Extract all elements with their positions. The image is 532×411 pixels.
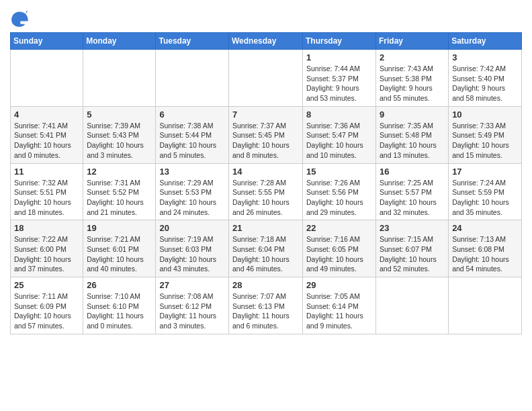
day-cell: 11Sunrise: 7:32 AMSunset: 5:51 PMDayligh… [11,163,83,220]
day-number: 25 [14,280,79,290]
day-info: Sunrise: 7:38 AMSunset: 5:44 PMDaylight:… [159,121,225,161]
day-cell: 17Sunrise: 7:24 AMSunset: 5:59 PMDayligh… [449,163,522,220]
day-cell: 1Sunrise: 7:44 AMSunset: 5:37 PMDaylight… [303,50,376,107]
header-cell-tuesday: Tuesday [156,33,229,50]
week-row-0: 1Sunrise: 7:44 AMSunset: 5:37 PMDaylight… [11,50,522,107]
day-number: 17 [452,167,518,177]
day-info: Sunrise: 7:25 AMSunset: 5:57 PMDaylight:… [380,178,445,218]
day-cell: 23Sunrise: 7:15 AMSunset: 6:07 PMDayligh… [376,220,449,277]
day-info: Sunrise: 7:29 AMSunset: 5:53 PMDaylight:… [159,178,225,218]
day-info: Sunrise: 7:26 AMSunset: 5:56 PMDaylight:… [306,178,372,218]
day-cell [376,277,449,334]
week-row-4: 25Sunrise: 7:11 AMSunset: 6:09 PMDayligh… [11,277,522,334]
day-number: 29 [306,280,372,290]
day-number: 14 [232,167,299,177]
day-info: Sunrise: 7:24 AMSunset: 5:59 PMDaylight:… [452,178,518,218]
day-cell: 15Sunrise: 7:26 AMSunset: 5:56 PMDayligh… [303,163,376,220]
day-cell: 27Sunrise: 7:08 AMSunset: 6:12 PMDayligh… [156,277,229,334]
day-cell: 9Sunrise: 7:35 AMSunset: 5:48 PMDaylight… [376,106,449,163]
day-cell: 29Sunrise: 7:05 AMSunset: 6:14 PMDayligh… [303,277,376,334]
day-cell: 20Sunrise: 7:19 AMSunset: 6:03 PMDayligh… [156,220,229,277]
day-info: Sunrise: 7:08 AMSunset: 6:12 PMDaylight:… [159,291,225,331]
day-cell: 10Sunrise: 7:33 AMSunset: 5:49 PMDayligh… [449,106,522,163]
day-number: 12 [87,167,152,177]
day-cell: 28Sunrise: 7:07 AMSunset: 6:13 PMDayligh… [229,277,303,334]
week-row-1: 4Sunrise: 7:41 AMSunset: 5:41 PMDaylight… [11,106,522,163]
day-info: Sunrise: 7:05 AMSunset: 6:14 PMDaylight:… [306,291,372,331]
day-cell [156,50,229,107]
week-row-2: 11Sunrise: 7:32 AMSunset: 5:51 PMDayligh… [11,163,522,220]
day-info: Sunrise: 7:21 AMSunset: 6:01 PMDaylight:… [87,234,152,274]
day-cell: 14Sunrise: 7:28 AMSunset: 5:55 PMDayligh… [229,163,303,220]
day-number: 15 [306,167,372,177]
day-number: 28 [232,280,299,290]
day-info: Sunrise: 7:39 AMSunset: 5:43 PMDaylight:… [87,121,152,161]
day-cell: 7Sunrise: 7:37 AMSunset: 5:45 PMDaylight… [229,106,303,163]
day-cell: 4Sunrise: 7:41 AMSunset: 5:41 PMDaylight… [11,106,83,163]
day-info: Sunrise: 7:36 AMSunset: 5:47 PMDaylight:… [306,121,372,161]
day-info: Sunrise: 7:41 AMSunset: 5:41 PMDaylight:… [14,121,79,161]
header-cell-friday: Friday [376,33,449,50]
day-cell: 12Sunrise: 7:31 AMSunset: 5:52 PMDayligh… [83,163,156,220]
page: SundayMondayTuesdayWednesdayThursdayFrid… [0,0,532,341]
day-number: 7 [232,109,299,120]
day-info: Sunrise: 7:32 AMSunset: 5:51 PMDaylight:… [14,178,79,218]
calendar-body: 1Sunrise: 7:44 AMSunset: 5:37 PMDaylight… [11,50,522,334]
day-number: 8 [306,109,372,120]
day-info: Sunrise: 7:16 AMSunset: 6:05 PMDaylight:… [306,234,372,274]
day-info: Sunrise: 7:33 AMSunset: 5:49 PMDaylight:… [452,121,518,161]
day-cell: 3Sunrise: 7:42 AMSunset: 5:40 PMDaylight… [449,50,522,107]
day-info: Sunrise: 7:07 AMSunset: 6:13 PMDaylight:… [232,291,299,331]
day-cell: 22Sunrise: 7:16 AMSunset: 6:05 PMDayligh… [303,220,376,277]
day-number: 21 [232,223,299,233]
day-number: 6 [159,109,225,120]
day-number: 1 [306,52,372,62]
day-info: Sunrise: 7:42 AMSunset: 5:40 PMDaylight:… [452,64,518,103]
header-cell-thursday: Thursday [303,33,376,50]
day-cell: 18Sunrise: 7:22 AMSunset: 6:00 PMDayligh… [11,220,83,277]
day-info: Sunrise: 7:10 AMSunset: 6:10 PMDaylight:… [87,291,152,331]
day-cell: 25Sunrise: 7:11 AMSunset: 6:09 PMDayligh… [11,277,83,334]
calendar: SundayMondayTuesdayWednesdayThursdayFrid… [10,32,522,334]
day-info: Sunrise: 7:35 AMSunset: 5:48 PMDaylight:… [380,121,445,161]
day-number: 16 [380,167,445,177]
day-number: 27 [159,280,225,290]
day-info: Sunrise: 7:37 AMSunset: 5:45 PMDaylight:… [232,121,299,161]
day-info: Sunrise: 7:44 AMSunset: 5:37 PMDaylight:… [306,64,372,103]
day-cell: 13Sunrise: 7:29 AMSunset: 5:53 PMDayligh… [156,163,229,220]
day-info: Sunrise: 7:13 AMSunset: 6:08 PMDaylight:… [452,234,518,274]
calendar-header: SundayMondayTuesdayWednesdayThursdayFrid… [11,33,522,50]
logo-icon [10,9,29,28]
day-number: 18 [14,223,79,233]
day-cell [449,277,522,334]
day-cell: 2Sunrise: 7:43 AMSunset: 5:38 PMDaylight… [376,50,449,107]
header-cell-saturday: Saturday [449,33,522,50]
day-info: Sunrise: 7:15 AMSunset: 6:07 PMDaylight:… [380,234,445,274]
day-number: 26 [87,280,152,290]
day-number: 5 [87,109,152,120]
day-cell: 8Sunrise: 7:36 AMSunset: 5:47 PMDaylight… [303,106,376,163]
day-number: 11 [14,167,79,177]
day-cell: 6Sunrise: 7:38 AMSunset: 5:44 PMDaylight… [156,106,229,163]
day-number: 19 [87,223,152,233]
day-info: Sunrise: 7:22 AMSunset: 6:00 PMDaylight:… [14,234,79,274]
day-number: 2 [380,52,445,62]
day-number: 24 [452,223,518,233]
day-cell [11,50,83,107]
day-info: Sunrise: 7:11 AMSunset: 6:09 PMDaylight:… [14,291,79,331]
day-number: 10 [452,109,518,120]
day-cell: 16Sunrise: 7:25 AMSunset: 5:57 PMDayligh… [376,163,449,220]
header-cell-monday: Monday [83,33,156,50]
day-info: Sunrise: 7:28 AMSunset: 5:55 PMDaylight:… [232,178,299,218]
day-info: Sunrise: 7:31 AMSunset: 5:52 PMDaylight:… [87,178,152,218]
day-cell: 24Sunrise: 7:13 AMSunset: 6:08 PMDayligh… [449,220,522,277]
header-cell-sunday: Sunday [11,33,83,50]
day-cell: 26Sunrise: 7:10 AMSunset: 6:10 PMDayligh… [83,277,156,334]
header-cell-wednesday: Wednesday [229,33,303,50]
day-number: 20 [159,223,225,233]
day-number: 4 [14,109,79,120]
day-number: 3 [452,52,518,62]
day-cell: 21Sunrise: 7:18 AMSunset: 6:04 PMDayligh… [229,220,303,277]
week-row-3: 18Sunrise: 7:22 AMSunset: 6:00 PMDayligh… [11,220,522,277]
header-row: SundayMondayTuesdayWednesdayThursdayFrid… [11,33,522,50]
